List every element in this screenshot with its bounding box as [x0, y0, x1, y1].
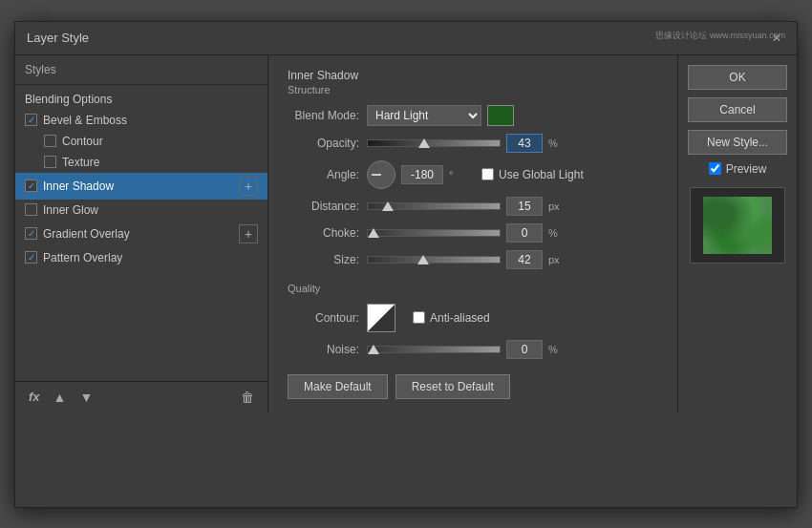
- distance-label: Distance:: [288, 200, 359, 213]
- sidebar-item-bevel-emboss[interactable]: Bevel & Emboss: [15, 110, 267, 131]
- pattern-overlay-checkbox[interactable]: [25, 251, 37, 264]
- make-default-button[interactable]: Make Default: [288, 374, 388, 399]
- watermark: 思缘设计论坛 www.missyuan.com: [655, 30, 785, 42]
- center-panel: Inner Shadow Structure Blend Mode: Hard …: [268, 55, 677, 412]
- size-input[interactable]: [506, 250, 543, 269]
- inner-glow-checkbox[interactable]: [25, 203, 37, 216]
- opacity-slider-thumb[interactable]: [418, 138, 430, 148]
- gradient-overlay-checkbox[interactable]: [25, 227, 37, 240]
- bevel-emboss-checkbox[interactable]: [25, 114, 37, 126]
- inner-shadow-checkbox[interactable]: [25, 180, 37, 192]
- choke-slider-container: %: [367, 223, 566, 243]
- distance-slider-thumb[interactable]: [382, 201, 394, 211]
- layer-style-dialog: 思缘设计论坛 www.missyuan.com Layer Style × St…: [14, 21, 798, 508]
- distance-slider-track[interactable]: [367, 202, 501, 210]
- opacity-input[interactable]: [506, 134, 543, 153]
- distance-unit: px: [548, 201, 566, 212]
- preview-thumbnail: [690, 187, 785, 264]
- blend-color-swatch[interactable]: [487, 105, 514, 126]
- reset-to-default-button[interactable]: Reset to Default: [395, 374, 510, 399]
- styles-label: Styles: [25, 63, 56, 76]
- distance-slider-container: px: [367, 197, 566, 216]
- contour-controls: Anti-aliased: [367, 304, 490, 332]
- dialog-title: Layer Style: [27, 31, 89, 45]
- blending-options-label: Blending Options: [25, 93, 112, 106]
- choke-row: Choke: %: [288, 223, 658, 243]
- texture-label: Texture: [62, 156, 99, 169]
- opacity-unit: %: [548, 137, 566, 149]
- leaf-pattern: [703, 197, 772, 254]
- sidebar-item-contour[interactable]: Contour: [15, 131, 267, 152]
- ok-button[interactable]: OK: [688, 65, 787, 90]
- delete-button[interactable]: 🗑: [237, 388, 258, 407]
- contour-checkbox[interactable]: [44, 135, 56, 147]
- contour-row: Contour: Anti-aliased: [288, 304, 658, 332]
- fx-button[interactable]: fx: [25, 388, 44, 406]
- anti-aliased-checkbox[interactable]: [413, 311, 425, 324]
- choke-label: Choke:: [288, 226, 359, 240]
- noise-unit: %: [548, 344, 566, 355]
- global-light-label[interactable]: Use Global Light: [481, 168, 584, 181]
- blend-mode-row: Blend Mode: Hard Light Normal Multiply S…: [288, 105, 658, 126]
- global-light-checkbox[interactable]: [481, 168, 494, 180]
- opacity-slider-container: %: [367, 134, 566, 153]
- noise-slider-container: %: [367, 340, 566, 359]
- contour-label: Contour:: [288, 311, 359, 325]
- noise-label: Noise:: [288, 343, 359, 356]
- choke-slider-thumb[interactable]: [368, 228, 379, 238]
- noise-slider-thumb[interactable]: [368, 345, 379, 354]
- new-style-button[interactable]: New Style...: [688, 130, 787, 155]
- opacity-slider-track[interactable]: [367, 139, 501, 147]
- distance-input[interactable]: [506, 197, 543, 216]
- gradient-overlay-add-icon[interactable]: +: [239, 224, 258, 243]
- styles-header: Styles: [15, 55, 267, 85]
- size-slider-thumb[interactable]: [417, 255, 429, 264]
- sidebar-item-texture[interactable]: Texture: [15, 152, 267, 173]
- quality-title: Quality: [288, 283, 658, 294]
- noise-row: Noise: %: [288, 340, 658, 359]
- blend-mode-controls: Hard Light Normal Multiply Screen Overla…: [367, 105, 514, 126]
- pattern-overlay-label: Pattern Overlay: [43, 251, 122, 264]
- quality-section: Quality Contour: Anti-aliase: [288, 283, 658, 359]
- inner-shadow-add-icon[interactable]: +: [239, 177, 258, 196]
- angle-label: Angle:: [288, 168, 359, 181]
- preview-text: Preview: [726, 162, 767, 176]
- move-up-button[interactable]: ▲: [50, 388, 71, 407]
- left-panel: Styles Blending Options Bevel & Emboss C…: [15, 55, 268, 412]
- sidebar-item-gradient-overlay[interactable]: Gradient Overlay +: [15, 221, 267, 247]
- noise-input[interactable]: [506, 340, 543, 359]
- angle-dial[interactable]: [367, 160, 395, 189]
- sidebar-item-inner-glow[interactable]: Inner Glow: [15, 200, 267, 221]
- anti-aliased-label[interactable]: Anti-aliased: [413, 311, 490, 325]
- section-title: Inner Shadow: [288, 69, 658, 82]
- size-row: Size: px: [288, 250, 658, 269]
- right-panel: OK Cancel New Style... Preview: [677, 55, 797, 412]
- size-slider-track[interactable]: [367, 256, 501, 264]
- layer-list: Blending Options Bevel & Emboss Contour …: [15, 85, 267, 381]
- sidebar-item-blending-options[interactable]: Blending Options: [15, 89, 267, 110]
- gradient-overlay-label: Gradient Overlay: [43, 227, 130, 241]
- preview-image: [703, 197, 772, 254]
- dialog-body: Styles Blending Options Bevel & Emboss C…: [15, 55, 797, 412]
- contour-label: Contour: [62, 135, 103, 148]
- angle-input[interactable]: [401, 165, 443, 184]
- noise-slider-track[interactable]: [367, 346, 501, 353]
- contour-thumbnail[interactable]: [367, 304, 395, 332]
- angle-row: Angle: ° Use Global Light: [288, 160, 658, 189]
- opacity-label: Opacity:: [288, 137, 359, 150]
- choke-unit: %: [548, 227, 566, 239]
- action-buttons: Make Default Reset to Default: [288, 374, 658, 399]
- choke-slider-track[interactable]: [367, 229, 501, 237]
- texture-checkbox[interactable]: [44, 156, 56, 168]
- preview-checkbox[interactable]: [709, 162, 721, 175]
- sidebar-item-pattern-overlay[interactable]: Pattern Overlay: [15, 247, 267, 268]
- sidebar-item-inner-shadow[interactable]: Inner Shadow +: [15, 173, 267, 200]
- choke-input[interactable]: [506, 223, 543, 243]
- blend-mode-select[interactable]: Hard Light Normal Multiply Screen Overla…: [367, 105, 481, 126]
- cancel-button[interactable]: Cancel: [688, 97, 787, 122]
- angle-controls: ° Use Global Light: [367, 160, 584, 189]
- left-panel-footer: fx ▲ ▼ 🗑: [15, 381, 267, 412]
- move-down-button[interactable]: ▼: [75, 388, 96, 407]
- angle-unit: °: [449, 169, 466, 180]
- preview-label[interactable]: Preview: [709, 162, 767, 176]
